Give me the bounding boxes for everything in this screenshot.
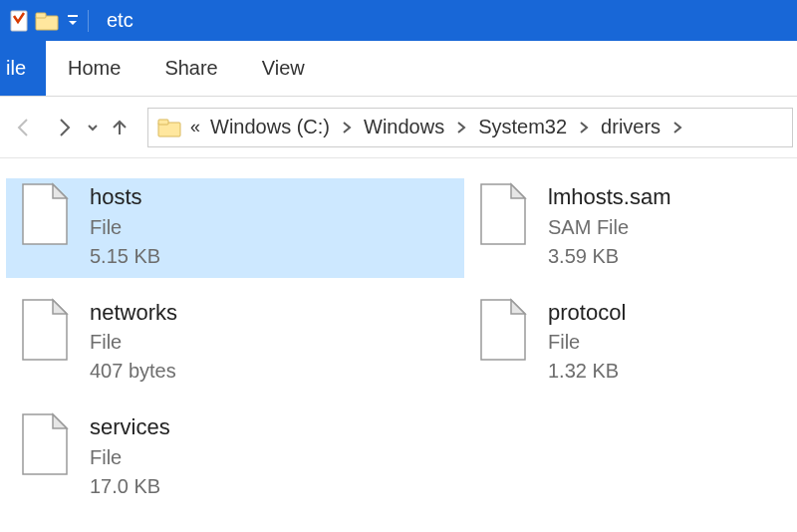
properties-qat-icon[interactable] bbox=[8, 9, 30, 33]
file-name: services bbox=[90, 412, 170, 442]
file-icon bbox=[472, 182, 534, 252]
file-size: 407 bytes bbox=[90, 358, 177, 385]
window-title: etc bbox=[107, 9, 133, 32]
file-size: 3.59 KB bbox=[548, 243, 670, 270]
chevron-right-icon[interactable] bbox=[456, 121, 466, 134]
nav-history-dropdown[interactable] bbox=[84, 121, 102, 134]
nav-back-button[interactable] bbox=[6, 110, 42, 145]
nav-forward-button[interactable] bbox=[46, 110, 82, 145]
file-size: 1.32 KB bbox=[548, 358, 626, 385]
file-list: hostsFile5.15 KBlmhosts.samSAM File3.59 … bbox=[6, 178, 791, 524]
tab-label: Share bbox=[164, 57, 217, 80]
addressbar-folder-icon bbox=[156, 117, 182, 138]
window-titlebar: etc bbox=[0, 0, 797, 41]
addressbar-row: « Windows (C:) Windows System32 drivers bbox=[0, 97, 797, 158]
file-type: File bbox=[548, 329, 626, 356]
file-type: File bbox=[90, 214, 160, 241]
breadcrumb-overflow[interactable]: « bbox=[190, 117, 200, 137]
svg-rect-2 bbox=[36, 13, 46, 18]
tab-share[interactable]: Share bbox=[142, 41, 239, 96]
file-icon bbox=[472, 298, 534, 368]
file-item[interactable]: hostsFile5.15 KB bbox=[6, 178, 464, 278]
file-size: 17.0 KB bbox=[90, 473, 170, 500]
svg-rect-3 bbox=[68, 15, 78, 17]
file-type: File bbox=[90, 329, 177, 356]
breadcrumb[interactable]: Windows (C:) bbox=[208, 116, 332, 138]
file-meta: networksFile407 bytes bbox=[90, 298, 177, 386]
chevron-right-icon[interactable] bbox=[579, 121, 589, 134]
file-item[interactable]: protocolFile1.32 KB bbox=[464, 294, 783, 394]
file-name: hosts bbox=[90, 182, 160, 212]
ribbon-tabs: ile Home Share View bbox=[0, 41, 797, 97]
svg-rect-5 bbox=[158, 120, 168, 125]
file-item[interactable]: lmhosts.samSAM File3.59 KB bbox=[464, 178, 783, 278]
file-icon bbox=[14, 412, 76, 482]
file-size: 5.15 KB bbox=[90, 243, 160, 270]
tab-file[interactable]: ile bbox=[0, 41, 46, 96]
breadcrumb[interactable]: System32 bbox=[476, 116, 569, 138]
tab-home[interactable]: Home bbox=[46, 41, 142, 96]
file-item[interactable]: servicesFile17.0 KB bbox=[6, 408, 464, 508]
file-name: protocol bbox=[548, 298, 626, 328]
file-icon bbox=[14, 182, 76, 252]
file-icon bbox=[14, 298, 76, 368]
file-item[interactable]: networksFile407 bytes bbox=[6, 294, 464, 394]
file-name: networks bbox=[90, 298, 177, 328]
titlebar-divider bbox=[88, 10, 89, 32]
nav-up-button[interactable] bbox=[102, 110, 137, 145]
tab-label: View bbox=[262, 57, 305, 80]
file-list-pane: hostsFile5.15 KBlmhosts.samSAM File3.59 … bbox=[0, 158, 797, 532]
chevron-right-icon[interactable] bbox=[672, 121, 682, 134]
file-meta: lmhosts.samSAM File3.59 KB bbox=[548, 182, 670, 270]
chevron-right-icon[interactable] bbox=[342, 121, 352, 134]
tab-view[interactable]: View bbox=[240, 41, 327, 96]
breadcrumb[interactable]: Windows bbox=[362, 116, 446, 138]
qat-dropdown-icon[interactable] bbox=[66, 13, 80, 29]
breadcrumb[interactable]: drivers bbox=[599, 116, 663, 138]
file-meta: servicesFile17.0 KB bbox=[90, 412, 170, 500]
tab-label: ile bbox=[6, 57, 26, 80]
tab-label: Home bbox=[68, 57, 121, 80]
file-meta: hostsFile5.15 KB bbox=[90, 182, 160, 270]
file-type: SAM File bbox=[548, 214, 670, 241]
file-name: lmhosts.sam bbox=[548, 182, 670, 212]
folder-qat-icon[interactable] bbox=[34, 10, 60, 32]
file-type: File bbox=[90, 444, 170, 471]
file-meta: protocolFile1.32 KB bbox=[548, 298, 626, 386]
address-bar[interactable]: « Windows (C:) Windows System32 drivers bbox=[147, 108, 793, 147]
